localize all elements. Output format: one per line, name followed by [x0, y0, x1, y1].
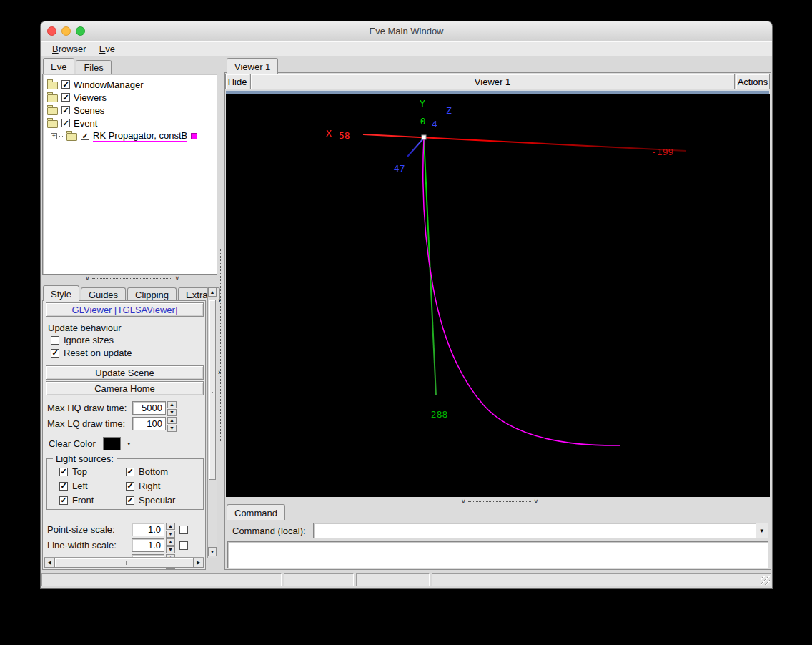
line-width-apply-checkbox[interactable] [179, 541, 188, 550]
folder-icon [47, 107, 58, 115]
command-output[interactable] [227, 541, 768, 568]
left-pane-splitter[interactable]: ∨ ∨ [85, 275, 179, 282]
tab-viewer-1[interactable]: Viewer 1 [227, 58, 278, 74]
style-panel-hscrollbar[interactable]: ◀ ▶ [44, 557, 204, 568]
tree-item-windowmanager[interactable]: ✓ WindowManager [43, 78, 217, 91]
ignore-sizes-checkbox[interactable] [51, 336, 59, 345]
expand-plus-icon[interactable]: + [51, 133, 57, 139]
style-panel-vscrollbar[interactable]: ▲ ▼ [207, 287, 217, 558]
tab-guides[interactable]: Guides [81, 287, 126, 301]
viewer-title-bar[interactable]: Viewer 1 [250, 74, 735, 89]
hide-button[interactable]: Hide [225, 74, 249, 89]
spin-up-icon[interactable]: ▲ [166, 538, 175, 546]
gl-scene[interactable]: X 58 -199 Y -0 -288 Z 4 -47 [226, 94, 770, 497]
clear-color-label: Clear Color [49, 438, 96, 449]
check-icon: ✓ [60, 468, 66, 475]
menu-eve[interactable]: Eve [93, 42, 122, 56]
scroll-left-icon[interactable]: ◀ [44, 558, 54, 568]
tree-checkbox[interactable]: ✓ [61, 106, 70, 114]
spin-up-icon[interactable]: ▲ [167, 401, 177, 408]
ignore-sizes-label: Ignore sizes [64, 335, 114, 345]
light-front-checkbox[interactable]: ✓ [59, 496, 68, 505]
tree-item-scenes[interactable]: ✓ Scenes [43, 104, 217, 117]
scroll-down-icon[interactable]: ▼ [208, 547, 217, 556]
actions-button-label: Actions [738, 77, 768, 87]
eve-main-window: Eve Main Window Browser Eve Eve Files ✓ … [41, 21, 772, 588]
vscrollbar-thumb[interactable] [209, 300, 216, 480]
tree-checkbox[interactable]: ✓ [81, 132, 89, 140]
chevron-right-icon: › [218, 368, 221, 375]
line-width-label: Line-width scale: [47, 540, 132, 551]
z-axis-name: Z [446, 105, 452, 116]
spin-down-icon[interactable]: ▼ [167, 409, 177, 416]
resize-grip[interactable] [761, 576, 770, 585]
color-dropdown-icon[interactable]: ▼ [127, 441, 132, 446]
scroll-right-icon[interactable]: ▶ [194, 558, 204, 568]
point-size-spinner: 1.0 ▲ ▼ [132, 523, 175, 536]
tree-item-viewers[interactable]: ✓ Viewers [43, 91, 217, 104]
splitter-dots [468, 501, 532, 502]
tab-style-label: Style [51, 289, 71, 300]
hscrollbar-thumb[interactable] [54, 558, 194, 568]
scroll-up-icon[interactable]: ▲ [208, 287, 217, 297]
light-bottom-checkbox[interactable]: ✓ [126, 468, 134, 476]
tab-files[interactable]: Files [76, 60, 111, 74]
light-top-checkbox[interactable]: ✓ [59, 468, 68, 476]
reset-on-update-checkbox[interactable]: ✓ [51, 349, 59, 358]
spin-down-icon[interactable]: ▼ [166, 531, 175, 538]
tree-item-label: WindowManager [74, 79, 144, 90]
x-axis-name: X [326, 128, 332, 139]
tab-command[interactable]: Command [227, 504, 285, 520]
light-right-checkbox[interactable]: ✓ [126, 482, 134, 491]
tree-item-event[interactable]: ✓ Event [43, 117, 217, 129]
tree-item-rk-propagator[interactable]: + ✓ RK Propagator, constB [43, 129, 217, 142]
spin-down-icon[interactable]: ▼ [166, 546, 175, 553]
combo-dropdown-icon[interactable]: ▼ [756, 523, 768, 538]
light-left-checkbox[interactable]: ✓ [59, 482, 68, 491]
tree-checkbox[interactable]: ✓ [61, 93, 70, 102]
light-sources-title: Light sources: [53, 453, 117, 464]
update-scene-label: Update Scene [95, 368, 154, 378]
spin-down-icon[interactable]: ▼ [167, 425, 177, 432]
z-axis-line [407, 138, 424, 157]
style-panel: GLViewer [TGLSAViewer] Update behaviour … [42, 300, 206, 570]
z-axis-far-value: -47 [388, 163, 405, 174]
check-icon: ✓ [62, 107, 69, 114]
point-size-entry[interactable]: 1.0 [132, 523, 164, 536]
tree-checkbox[interactable]: ✓ [61, 80, 70, 89]
light-specular-checkbox[interactable]: ✓ [126, 496, 134, 505]
tab-clipping[interactable]: Clipping [127, 287, 177, 301]
tab-style[interactable]: Style [43, 285, 79, 301]
track-color-swatch[interactable] [191, 133, 197, 139]
titlebar[interactable]: Eve Main Window [41, 21, 772, 41]
origin-marker [422, 135, 426, 139]
tab-eve[interactable]: Eve [43, 58, 74, 74]
max-hq-entry[interactable]: 5000 [132, 401, 166, 415]
command-prompt-label: Command (local): [232, 526, 306, 536]
menu-browser[interactable]: Browser [46, 42, 93, 56]
pane-splitter[interactable]: › › [218, 56, 224, 570]
tree-connector [59, 136, 64, 137]
check-icon: ✓ [127, 482, 133, 489]
camera-home-button[interactable]: Camera Home [46, 381, 204, 395]
gl-viewport[interactable]: X 58 -199 Y -0 -288 Z 4 -47 [226, 94, 770, 497]
spin-up-icon[interactable]: ▲ [166, 523, 175, 530]
tree-item-label: Scenes [74, 105, 104, 116]
viewer-header: Hide Viewer 1 Actions [225, 74, 770, 89]
glviewer-button[interactable]: GLViewer [TGLSAViewer] [46, 302, 204, 317]
tree-checkbox[interactable]: ✓ [61, 119, 70, 127]
spin-up-icon[interactable]: ▲ [167, 417, 177, 424]
command-splitter[interactable]: ∨ ∨ [461, 498, 538, 505]
check-icon: ✓ [60, 496, 66, 503]
clear-color-swatch[interactable] [103, 437, 121, 450]
chevron-down-icon: ∨ [85, 275, 90, 282]
max-lq-entry[interactable]: 100 [132, 417, 166, 430]
chevron-down-icon: ∨ [174, 275, 179, 282]
update-scene-button[interactable]: Update Scene [46, 365, 204, 380]
command-input[interactable] [314, 523, 756, 538]
actions-button[interactable]: Actions [736, 74, 770, 89]
tab-guides-label: Guides [89, 290, 118, 300]
line-width-entry[interactable]: 1.0 [132, 538, 164, 552]
point-size-apply-checkbox[interactable] [179, 526, 188, 534]
viewer-title: Viewer 1 [475, 77, 510, 87]
